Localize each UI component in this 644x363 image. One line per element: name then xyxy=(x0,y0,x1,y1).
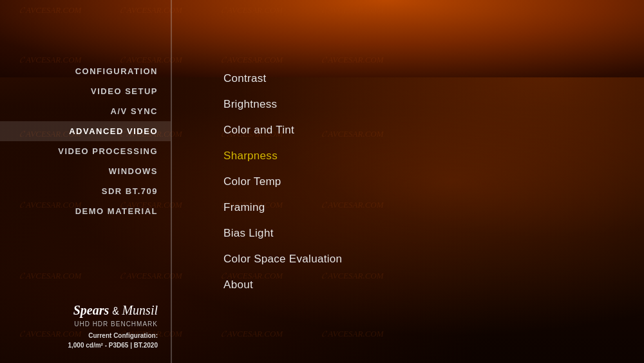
config-value: 1,000 cd/m² - P3D65 | BT.2020 xyxy=(6,340,158,350)
nav-item-sdr-bt709[interactable]: SDR BT.709 xyxy=(0,181,171,201)
nav-item-advanced-video[interactable]: ADVANCED VIDEO xyxy=(0,121,171,141)
brand-ampersand: & xyxy=(112,306,122,317)
nav-item-configuration[interactable]: CONFIGURATION xyxy=(0,61,171,81)
menu-item-brightness[interactable]: Brightness xyxy=(223,92,644,117)
sidebar-bottom: Spears & Munsil UHD HDR BENCHMARK Curren… xyxy=(0,292,171,363)
menu-item-color-temp[interactable]: Color Temp xyxy=(223,169,644,195)
menu-item-sharpness[interactable]: Sharpness xyxy=(223,143,644,169)
config-label: Current Configuration: xyxy=(6,331,158,340)
nav-item-av-sync[interactable]: A/V SYNC xyxy=(0,101,171,121)
menu-item-about[interactable]: About xyxy=(223,272,644,298)
menu-item-color-and-tint[interactable]: Color and Tint xyxy=(223,117,644,143)
app-container: CONFIGURATION VIDEO SETUP A/V SYNC ADVAN… xyxy=(0,0,644,363)
brand-munsil: Munsil xyxy=(122,303,158,317)
menu-item-bias-light[interactable]: Bias Light xyxy=(223,221,644,246)
config-info: Current Configuration: 1,000 cd/m² - P3D… xyxy=(6,331,158,350)
brand-logo: Spears & Munsil xyxy=(6,302,158,319)
nav-item-demo-material[interactable]: DEMO MATERIAL xyxy=(0,201,171,221)
nav-item-video-setup[interactable]: VIDEO SETUP xyxy=(0,81,171,101)
sidebar: CONFIGURATION VIDEO SETUP A/V SYNC ADVAN… xyxy=(0,0,171,363)
brand-subtitle: UHD HDR BENCHMARK xyxy=(6,320,158,328)
brand-spears: Spears xyxy=(73,303,109,317)
content-panel: Contrast Brightness Color and Tint Sharp… xyxy=(171,0,644,363)
menu-item-framing[interactable]: Framing xyxy=(223,195,644,221)
menu-item-color-space-evaluation[interactable]: Color Space Evaluation xyxy=(223,246,644,272)
nav-item-video-processing[interactable]: VIDEO PROCESSING xyxy=(0,141,171,161)
menu-item-contrast[interactable]: Contrast xyxy=(223,66,644,92)
nav-item-windows[interactable]: WINDOWS xyxy=(0,161,171,181)
